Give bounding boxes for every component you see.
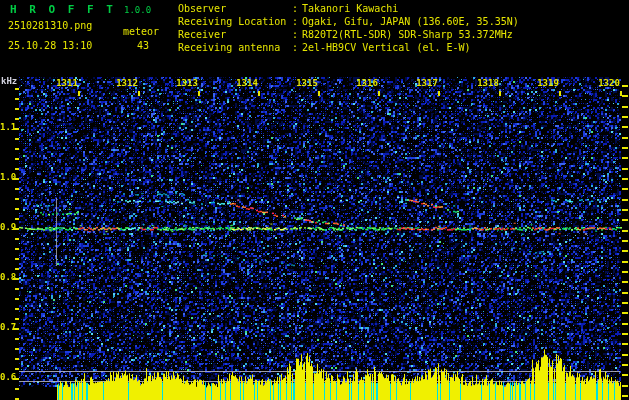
tick-mark: [622, 95, 628, 97]
tick-mark: [622, 116, 628, 118]
tick-mark: [15, 348, 19, 350]
tick-mark: [15, 158, 19, 160]
tick-mark: [622, 188, 628, 190]
tick-mark: [15, 168, 19, 170]
time-tick-label: 1314: [235, 79, 259, 88]
tick-mark: [622, 271, 628, 273]
tick-mark: [622, 85, 628, 87]
tick-mark: [15, 368, 19, 370]
tick-mark: [15, 298, 19, 300]
echo-count: 43: [137, 41, 149, 51]
tick-mark: [15, 248, 19, 250]
tick-mark: [15, 218, 19, 220]
tick-mark: [15, 88, 19, 90]
tick-mark: [198, 91, 200, 96]
app-version: 1.0.0: [124, 6, 151, 15]
tick-mark: [622, 147, 628, 149]
antenna-value: 2el-HB9CV Vertical (el. E-W): [302, 43, 471, 53]
time-tick-label: 1312: [115, 79, 139, 88]
tick-mark: [622, 374, 628, 376]
tick-mark: [622, 312, 628, 314]
tick-mark: [622, 157, 628, 159]
tick-mark: [15, 358, 19, 360]
antenna-sep: :: [292, 43, 298, 53]
time-tick-label: 1315: [295, 79, 319, 88]
observer-sep: :: [292, 4, 298, 14]
time-tick-label: 1311: [55, 79, 79, 88]
time-tick-label: 1318: [476, 79, 500, 88]
tick-mark: [499, 91, 501, 96]
time-tick-label: 1316: [355, 79, 379, 88]
tick-mark: [15, 208, 19, 210]
tick-mark: [622, 250, 628, 252]
receiver-value: R820T2(RTL-SDR) SDR-Sharp 53.372MHz: [302, 30, 513, 40]
tick-mark: [622, 323, 628, 325]
tick-mark: [622, 395, 628, 397]
tick-mark: [15, 148, 19, 150]
tick-mark: [622, 343, 628, 345]
output-filename: 2510281310.png: [8, 21, 92, 31]
tick-mark: [15, 238, 19, 240]
tick-mark: [13, 178, 19, 180]
tick-mark: [622, 385, 628, 387]
tick-mark: [622, 230, 628, 232]
antenna-label: Receiving antenna: [178, 43, 280, 53]
tick-mark: [622, 219, 628, 221]
tick-mark: [622, 137, 628, 139]
tick-mark: [622, 333, 628, 335]
receiver-label: Receiver: [178, 30, 226, 40]
observer-label: Observer: [178, 4, 226, 14]
datetime-label: 25.10.28 13:10: [8, 41, 92, 51]
tick-mark: [622, 364, 628, 366]
hrofft-window: H R O F F T 1.0.0 2510281310.png meteor …: [0, 0, 629, 400]
tick-mark: [138, 91, 140, 96]
tick-mark: [13, 278, 19, 280]
tick-mark: [78, 91, 80, 96]
time-tick-label: 1319: [536, 79, 560, 88]
tick-mark: [258, 91, 260, 96]
tick-mark: [13, 328, 19, 330]
tick-mark: [622, 209, 628, 211]
tick-mark: [622, 178, 628, 180]
tick-mark: [15, 118, 19, 120]
app-title: H R O F F T: [10, 4, 116, 15]
location-value: Ogaki, Gifu, JAPAN (136.60E, 35.35N): [302, 17, 519, 27]
tick-mark: [15, 98, 19, 100]
tick-mark: [438, 91, 440, 96]
tick-mark: [15, 338, 19, 340]
tick-mark: [559, 91, 561, 96]
tick-mark: [622, 302, 628, 304]
tick-mark: [15, 268, 19, 270]
time-tick-label: 1320: [597, 79, 621, 88]
tick-mark: [15, 258, 19, 260]
tick-mark: [622, 261, 628, 263]
tick-mark: [378, 91, 380, 96]
tick-mark: [622, 292, 628, 294]
time-tick-label: 1317: [415, 79, 439, 88]
tick-mark: [15, 318, 19, 320]
location-label: Receiving Location: [178, 17, 286, 27]
tick-mark: [622, 354, 628, 356]
tick-mark: [15, 308, 19, 310]
tick-mark: [622, 126, 628, 128]
tick-mark: [13, 378, 19, 380]
tick-mark: [622, 106, 628, 108]
tick-mark: [15, 108, 19, 110]
mode-label: meteor: [123, 27, 159, 37]
freq-unit-label: kHz: [1, 77, 17, 86]
tick-mark: [318, 91, 320, 96]
tick-mark: [13, 228, 19, 230]
observer-value: Takanori Kawachi: [302, 4, 398, 14]
spectrogram-canvas: [0, 0, 629, 400]
tick-mark: [622, 199, 628, 201]
tick-mark: [15, 198, 19, 200]
tick-mark: [15, 138, 19, 140]
tick-mark: [622, 168, 628, 170]
tick-mark: [15, 188, 19, 190]
tick-mark: [622, 240, 628, 242]
tick-mark: [13, 128, 19, 130]
receiver-sep: :: [292, 30, 298, 40]
tick-mark: [15, 288, 19, 290]
tick-mark: [622, 281, 628, 283]
time-tick-label: 1313: [175, 79, 199, 88]
